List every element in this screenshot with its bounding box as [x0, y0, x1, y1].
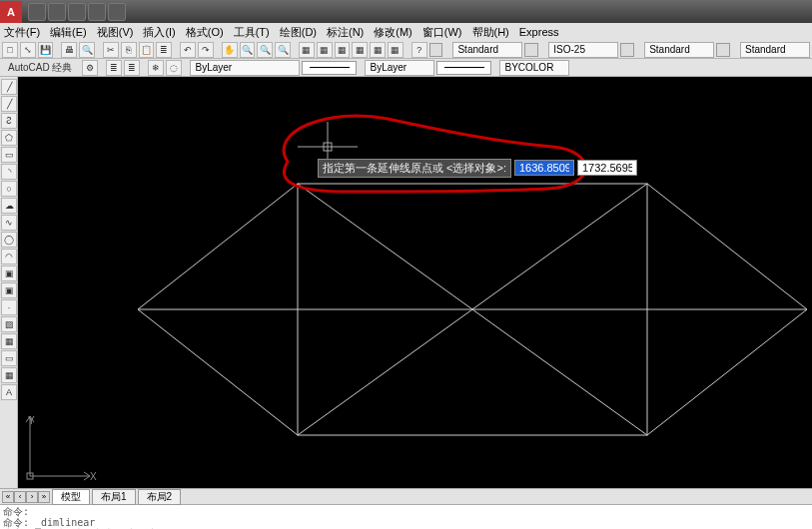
- linetype-combo[interactable]: ByLayer: [365, 60, 434, 76]
- tool-block-icon[interactable]: ▣: [1, 282, 17, 298]
- tool-zoom-win-icon[interactable]: 🔍: [257, 42, 273, 58]
- svg-line-5: [647, 184, 807, 309]
- dynamic-input-prompt: 指定第一条延伸线原点或 <选择对象>:: [318, 159, 637, 177]
- svg-line-6: [647, 309, 807, 435]
- dimstyle-combo[interactable]: ISO-25: [548, 42, 618, 58]
- tool-cut-icon[interactable]: ✂: [103, 42, 119, 58]
- menu-help[interactable]: 帮助(H): [472, 25, 509, 40]
- menu-insert[interactable]: 插入(I): [143, 25, 175, 40]
- lineweight-swatch: [436, 61, 491, 75]
- tool-palette-icon[interactable]: ▦: [335, 42, 351, 58]
- tab-layout2[interactable]: 布局2: [138, 489, 182, 505]
- layer-states-icon[interactable]: ≣: [124, 60, 140, 76]
- tool-open-icon[interactable]: ⤡: [20, 42, 36, 58]
- tool-undo-icon[interactable]: ↶: [180, 42, 196, 58]
- menu-draw[interactable]: 绘图(D): [280, 25, 317, 40]
- tool-hatch-icon[interactable]: ▨: [1, 316, 17, 332]
- tool-region-icon[interactable]: ▭: [1, 350, 17, 366]
- ucs-y-label: Y: [28, 415, 35, 426]
- linetype-swatch: [302, 61, 357, 75]
- tablestyle-combo[interactable]: Standard: [644, 42, 714, 58]
- tool-copy-icon[interactable]: ⎘: [121, 42, 137, 58]
- tool-ellipse-icon[interactable]: ◯: [1, 232, 17, 248]
- layer-off-icon[interactable]: ◌: [166, 60, 182, 76]
- color-combo[interactable]: BYCOLOR: [499, 60, 569, 76]
- command-line[interactable]: 命令: 命令: _dimlinear 指定第一条延伸线原点或 <选择对象>:: [0, 504, 812, 529]
- mleaderstyle-combo[interactable]: Standard: [740, 42, 810, 58]
- tool-table-icon[interactable]: ▦: [1, 367, 17, 383]
- workspace-gear-icon[interactable]: ⚙: [82, 60, 98, 76]
- draw-toolbox: ╱ ╱ Ƨ ⬠ ▭ ◝ ○ ☁ ∿ ◯ ◠ ▣ ▣ · ▨ ▦ ▭ ▦ A: [0, 77, 18, 488]
- svg-line-4: [138, 309, 298, 435]
- tool-point-icon[interactable]: ·: [1, 299, 17, 315]
- app-logo[interactable]: A: [0, 1, 22, 23]
- qat-save[interactable]: [68, 3, 86, 21]
- menu-file[interactable]: 文件(F): [4, 25, 40, 40]
- tool-sheetset-icon[interactable]: ▦: [352, 42, 368, 58]
- tab-nav-first-icon[interactable]: «: [2, 491, 14, 503]
- tool-ellipsearc-icon[interactable]: ◠: [1, 249, 17, 264]
- qat-open[interactable]: [48, 3, 66, 21]
- coord-x-input[interactable]: [514, 160, 574, 176]
- qat-redo[interactable]: [108, 3, 126, 21]
- menu-edit[interactable]: 编辑(E): [50, 25, 87, 40]
- tool-redo-icon[interactable]: ↷: [198, 42, 214, 58]
- tab-nav-prev-icon[interactable]: ‹: [14, 491, 26, 503]
- menu-express[interactable]: Express: [519, 26, 559, 38]
- tool-pline-icon[interactable]: Ƨ: [1, 113, 17, 129]
- mleaderstyle-icon: [716, 43, 730, 57]
- menu-modify[interactable]: 修改(M): [374, 25, 412, 40]
- layer-freeze-icon[interactable]: ❄: [148, 60, 164, 76]
- textstyle-combo[interactable]: Standard: [452, 42, 522, 58]
- tool-line-icon[interactable]: ╱: [1, 79, 17, 95]
- prompt-text: 指定第一条延伸线原点或 <选择对象>:: [318, 159, 511, 178]
- layers-toolbar: AutoCAD 经典 ⚙ ≣ ≣ ❄ ◌ ByLayer ByLayer BYC…: [0, 59, 812, 77]
- menu-window[interactable]: 窗口(W): [422, 25, 462, 40]
- tool-match-icon[interactable]: ≣: [156, 42, 172, 58]
- tool-save-icon[interactable]: 💾: [38, 42, 54, 58]
- tool-pan-icon[interactable]: ✋: [222, 42, 238, 58]
- tool-polygon-icon[interactable]: ⬠: [1, 130, 17, 146]
- layer-combo[interactable]: ByLayer: [190, 60, 300, 76]
- titlebar: A: [0, 0, 812, 23]
- tab-model[interactable]: 模型: [52, 489, 90, 505]
- tool-paste-icon[interactable]: 📋: [139, 42, 155, 58]
- tool-insert-icon[interactable]: ▣: [1, 265, 17, 281]
- tool-rect-icon[interactable]: ▭: [1, 147, 17, 163]
- cmd-history-2: 命令: _dimlinear: [3, 517, 809, 528]
- tool-props-icon[interactable]: ▦: [299, 42, 315, 58]
- tab-layout1[interactable]: 布局1: [92, 489, 136, 505]
- menu-view[interactable]: 视图(V): [97, 25, 134, 40]
- sheet-tabs: « ‹ › » 模型 布局1 布局2: [0, 488, 812, 504]
- cmd-history-1: 命令:: [3, 506, 809, 517]
- coord-y-input[interactable]: [577, 160, 637, 176]
- tool-spline-icon[interactable]: ∿: [1, 215, 17, 231]
- tool-help-icon[interactable]: ?: [411, 42, 427, 58]
- tab-nav-next-icon[interactable]: ›: [26, 491, 38, 503]
- menu-format[interactable]: 格式(O): [186, 25, 224, 40]
- layer-props-icon[interactable]: ≣: [106, 60, 122, 76]
- ucs-x-label: X: [90, 471, 97, 482]
- tool-plot-icon[interactable]: 🖶: [61, 42, 77, 58]
- tool-new-icon[interactable]: □: [2, 42, 18, 58]
- tool-preview-icon[interactable]: 🔍: [79, 42, 95, 58]
- menu-tools[interactable]: 工具(T): [234, 25, 270, 40]
- qat-undo[interactable]: [88, 3, 106, 21]
- tool-mtext-icon[interactable]: A: [1, 384, 17, 400]
- tool-circle-icon[interactable]: ○: [1, 181, 17, 197]
- tool-gradient-icon[interactable]: ▦: [1, 333, 17, 349]
- menu-dimension[interactable]: 标注(N): [327, 25, 364, 40]
- tool-zoom-rt-icon[interactable]: 🔍: [240, 42, 256, 58]
- tablestyle-icon: [620, 43, 634, 57]
- tab-nav-last-icon[interactable]: »: [38, 491, 50, 503]
- qat-new[interactable]: [28, 3, 46, 21]
- tool-arc-icon[interactable]: ◝: [1, 164, 17, 180]
- tool-calc-icon[interactable]: ▦: [388, 42, 404, 58]
- standard-toolbar: □ ⤡ 💾 🖶 🔍 ✂ ⎘ 📋 ≣ ↶ ↷ ✋ 🔍 🔍 🔍 ▦ ▦ ▦ ▦ ▦ …: [0, 41, 812, 59]
- tool-dcenter-icon[interactable]: ▦: [317, 42, 333, 58]
- tool-xline-icon[interactable]: ╱: [1, 96, 17, 112]
- tool-revcloud-icon[interactable]: ☁: [1, 198, 17, 214]
- tool-markup-icon[interactable]: ▦: [370, 42, 386, 58]
- tool-zoom-prev-icon[interactable]: 🔍: [275, 42, 291, 58]
- drawing-canvas[interactable]: Y X 指定第一条延伸线原点或 <选择对象>:: [18, 77, 812, 488]
